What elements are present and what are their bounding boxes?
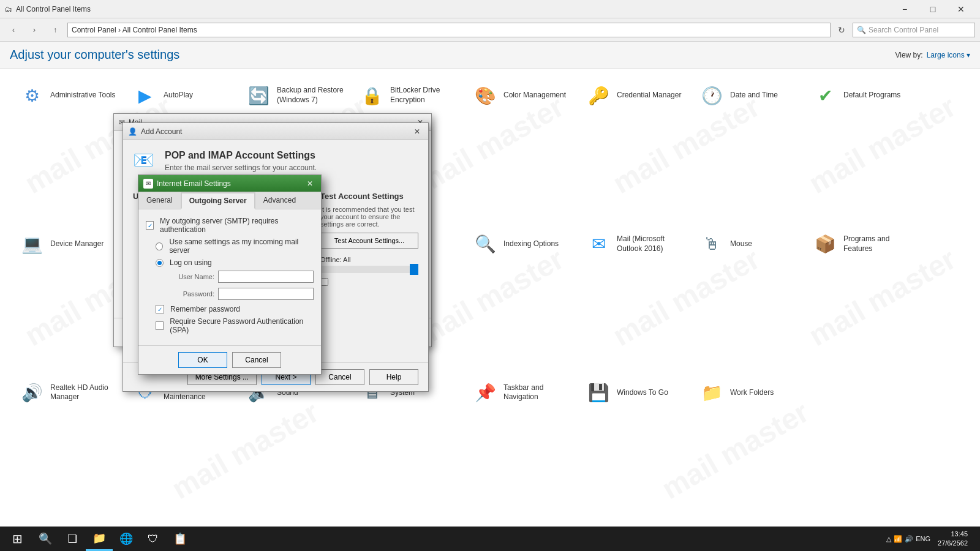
minimize-button[interactable]: −: [891, 0, 919, 18]
email-settings-buttons: OK Cancel: [138, 345, 321, 374]
add-account-titlebar: 👤 Add Account ✕: [123, 123, 428, 140]
email-password-row: Password:: [165, 288, 314, 300]
icon-item-color-management[interactable]: 🎨Color Management: [466, 75, 579, 116]
programs-features-icon: 📦: [813, 232, 837, 257]
email-settings-titlebar: ✉ Internet Email Settings ✕: [138, 175, 321, 192]
radio-same-settings[interactable]: [156, 242, 163, 250]
bitlocker-icon: 🔒: [360, 83, 384, 108]
icon-item-taskbar-navigation[interactable]: 📌Taskbar and Navigation: [466, 372, 579, 413]
tab-general[interactable]: General: [138, 192, 181, 209]
add-offline-label: Offline:: [320, 256, 342, 263]
breadcrumb-text: Control Panel › All Control Panel Items: [72, 26, 197, 34]
smtp-auth-checkbox[interactable]: [146, 221, 154, 230]
email-cancel-button[interactable]: Cancel: [232, 352, 281, 368]
icon-item-programs-features[interactable]: 📦Programs and Features: [805, 223, 919, 265]
tab-outgoing-server[interactable]: Outgoing Server: [181, 192, 255, 209]
default-programs-label: Default Programs: [843, 91, 900, 100]
bitlocker-label: BitLocker Drive Encryption: [390, 86, 458, 105]
icon-item-default-programs[interactable]: ✔Default Programs: [805, 75, 919, 116]
spa-checkbox[interactable]: [156, 321, 164, 330]
shield-taskbar-icon: 🛡: [148, 533, 159, 545]
backup-restore-icon: 🔄: [246, 83, 271, 108]
app-icon: 🗂: [5, 5, 12, 13]
icon-item-mail[interactable]: ✉Mail (Microsoft Outlook 2016): [579, 223, 692, 265]
add-test-settings-btn[interactable]: Test Account Settings...: [320, 233, 418, 249]
icon-item-indexing-options[interactable]: 🔍Indexing Options: [466, 223, 579, 265]
remember-password-checkbox[interactable]: [156, 305, 164, 313]
tab-outgoing-label: Outgoing Server: [189, 197, 247, 205]
indexing-options-icon: 🔍: [473, 232, 497, 257]
view-by-dropdown[interactable]: Large icons ▾: [927, 51, 970, 59]
clock-date: 27/6/2562: [938, 539, 968, 548]
taskbar-clock[interactable]: 13:45 27/6/2562: [933, 530, 973, 549]
logon-form: User Name: Password:: [165, 271, 314, 300]
username-row: User Name:: [165, 271, 314, 283]
radio-logon-row: Log on using: [156, 258, 314, 267]
realtek-audio-icon: 🔊: [20, 380, 44, 405]
icon-item-autoplay[interactable]: ▶AutoPlay: [126, 75, 239, 116]
add-cancel-btn[interactable]: Cancel: [315, 369, 364, 385]
icon-item-mouse[interactable]: 🖱Mouse: [692, 223, 805, 265]
refresh-button[interactable]: ↻: [834, 23, 849, 37]
search-placeholder: Search Control Panel: [869, 26, 938, 34]
icon-item-device-manager[interactable]: 💻Device Manager: [12, 223, 126, 265]
taskbar: ⊞ 🔍 ❏ 📁 🌐 🛡 📋 △ 📶 🔊 ENG 13:45 27/6/2562: [0, 527, 980, 551]
icon-item-realtek-audio[interactable]: 🔊Realtek HD Audio Manager: [12, 372, 126, 413]
taskbar-right: △ 📶 🔊 ENG 13:45 27/6/2562: [886, 530, 978, 549]
icon-item-backup-restore[interactable]: 🔄Backup and Restore (Windows 7): [239, 75, 352, 116]
up-button[interactable]: ↑: [47, 23, 64, 37]
task-view-button[interactable]: ❏: [59, 527, 86, 551]
default-programs-icon: ✔: [813, 83, 837, 108]
tab-advanced[interactable]: Advanced: [255, 192, 304, 209]
add-account-title: Add Account: [141, 127, 182, 136]
icon-item-work-folders[interactable]: 📁Work Folders: [692, 372, 805, 413]
icon-item-credential-manager[interactable]: 🔑Credential Manager: [579, 75, 692, 116]
extra-taskbar[interactable]: 📋: [167, 527, 194, 551]
title-bar-left: 🗂 All Control Panel Items: [5, 5, 91, 13]
up-arrow-icon[interactable]: △: [886, 535, 891, 543]
start-button[interactable]: ⊞: [2, 527, 32, 551]
email-password-input[interactable]: [218, 288, 314, 300]
date-time-label: Date and Time: [730, 91, 778, 100]
tab-general-label: General: [146, 196, 173, 204]
network-icon: 📶: [894, 535, 902, 543]
username-label: User Name:: [165, 273, 214, 280]
color-management-icon: 🎨: [473, 83, 497, 108]
device-manager-label: Device Manager: [50, 239, 104, 249]
breadcrumb[interactable]: Control Panel › All Control Panel Items: [67, 23, 831, 37]
add-account-title-left: 👤 Add Account: [128, 127, 182, 136]
date-time-icon: 🕐: [699, 83, 724, 108]
add-account-close[interactable]: ✕: [411, 126, 423, 138]
add-account-header: 📧 POP and IMAP Account Settings Enter th…: [133, 150, 418, 174]
icon-item-administrative-tools[interactable]: ⚙Administrative Tools: [12, 75, 126, 116]
radio-logon[interactable]: [156, 259, 164, 267]
add-help-btn[interactable]: Help: [369, 369, 418, 385]
add-slider-handle[interactable]: [410, 264, 418, 275]
file-explorer-taskbar[interactable]: 📁: [86, 527, 113, 551]
icon-item-windows-to-go[interactable]: 💾Windows To Go: [579, 372, 692, 413]
offline-section: Offline: All: [320, 256, 418, 273]
window-title: All Control Panel Items: [16, 5, 91, 13]
browser-taskbar[interactable]: 🌐: [113, 527, 140, 551]
close-button[interactable]: ✕: [947, 0, 975, 18]
email-settings-close[interactable]: ✕: [304, 178, 316, 190]
tab-advanced-label: Advanced: [263, 196, 296, 204]
add-slider[interactable]: [320, 266, 418, 273]
icon-item-bitlocker[interactable]: 🔒BitLocker Drive Encryption: [352, 75, 466, 116]
backup-restore-label: Backup and Restore (Windows 7): [277, 86, 345, 105]
programs-features-label: Programs and Features: [843, 234, 911, 253]
email-settings-title: Internet Email Settings: [157, 179, 231, 188]
smtp-auth-row: My outgoing server (SMTP) requires authe…: [146, 217, 314, 234]
search-taskbar-button[interactable]: 🔍: [32, 527, 59, 551]
maximize-button[interactable]: □: [919, 0, 947, 18]
forward-button[interactable]: ›: [26, 23, 43, 37]
email-ok-button[interactable]: OK: [178, 352, 227, 368]
add-test-section: Test Account Settings It is recommended …: [320, 184, 418, 353]
extra-icon: 📋: [173, 532, 187, 545]
icon-item-date-time[interactable]: 🕐Date and Time: [692, 75, 805, 116]
back-button[interactable]: ‹: [5, 23, 22, 37]
search-bar[interactable]: 🔍 Search Control Panel: [853, 23, 975, 37]
page-title: Adjust your computer's settings: [10, 48, 179, 62]
username-input[interactable]: [218, 271, 314, 283]
shield-taskbar[interactable]: 🛡: [140, 527, 167, 551]
